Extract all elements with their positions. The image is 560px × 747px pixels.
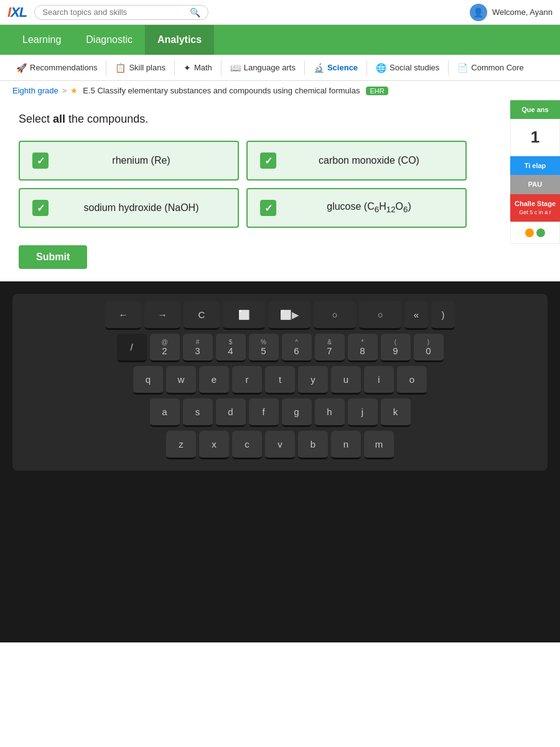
key-f[interactable]: f (249, 398, 279, 427)
subnav-skillplans[interactable]: 📋 Skill plans (106, 60, 175, 75)
key-g[interactable]: g (282, 398, 312, 427)
key-w[interactable]: w (166, 366, 196, 395)
key-e[interactable]: e (199, 366, 229, 395)
recommendations-icon: 🚀 (16, 63, 27, 73)
score-panel: 1 (510, 119, 560, 156)
user-icon[interactable]: 👤 (470, 4, 487, 21)
search-bar[interactable]: 🔍 (34, 5, 208, 20)
key-row-qwerty: q w e r t y u i o (20, 366, 540, 395)
breadcrumb-grade[interactable]: Eighth grade (12, 86, 58, 95)
main-content: Select all the compounds. ✓ rhenium (Re)… (0, 100, 560, 281)
key-row-zxcv: z x c v b n m (20, 431, 540, 459)
subnav-commoncore-label: Common Core (471, 63, 524, 72)
search-icon: 🔍 (190, 7, 200, 17)
time-panel[interactable]: Ti elap (510, 156, 560, 175)
logo[interactable]: IXL (7, 4, 27, 21)
languagearts-icon: 📖 (230, 63, 241, 73)
key-v[interactable]: v (265, 431, 295, 459)
subnav-science-label: Science (327, 63, 358, 72)
subnav-commoncore[interactable]: 📄 Common Core (449, 60, 533, 75)
question-panel[interactable]: Que ans (510, 100, 560, 119)
dot-orange (525, 228, 534, 237)
key-f2[interactable]: C (184, 301, 220, 330)
breadcrumb-chevron: > (62, 86, 67, 95)
key-f3[interactable]: ⬜ (223, 301, 265, 330)
key-0[interactable]: )0 (414, 334, 444, 362)
key-f7[interactable]: « (404, 301, 428, 330)
key-s[interactable]: s (183, 398, 213, 427)
key-slash[interactable]: / (117, 334, 147, 362)
key-y[interactable]: y (298, 366, 328, 395)
key-t[interactable]: t (265, 366, 295, 395)
subnav-languagearts-label: Language arts (244, 63, 296, 72)
key-a[interactable]: a (150, 398, 180, 427)
breadcrumb-star: ★ (70, 86, 78, 95)
key-f5[interactable]: ○ (314, 301, 356, 330)
breadcrumb-skill: E.5 Classify elementary substances and c… (83, 86, 360, 95)
sub-nav: 🚀 Recommendations 📋 Skill plans ✦ Math 📖… (0, 55, 560, 81)
key-u[interactable]: u (331, 366, 361, 395)
search-input[interactable] (42, 7, 190, 17)
right-panel: Que ans 1 Ti elap PAU Challe Stage Get 5… (510, 100, 560, 244)
key-8[interactable]: *8 (348, 334, 378, 362)
subnav-recommendations-label: Recommendations (30, 63, 97, 72)
key-f1[interactable]: → (144, 301, 180, 330)
nav-analytics[interactable]: Analytics (145, 25, 214, 55)
key-m[interactable]: m (364, 431, 394, 459)
checkbox-4[interactable]: ✓ (260, 200, 276, 216)
key-b[interactable]: b (298, 431, 328, 459)
key-2[interactable]: @2 (150, 334, 180, 362)
key-row-numbers: / @2 #3 $4 %5 ^6 &7 *8 (9 )0 (20, 334, 540, 362)
key-r[interactable]: r (232, 366, 262, 395)
key-z[interactable]: z (166, 431, 196, 459)
subnav-socialstudies[interactable]: 🌐 Social studies (367, 60, 449, 75)
key-k[interactable]: k (381, 398, 411, 427)
key-c[interactable]: c (232, 431, 262, 459)
skill-badge: EHR (366, 87, 388, 95)
checkbox-2[interactable]: ✓ (260, 153, 276, 169)
answer-text-1: rhenium (Re) (57, 155, 225, 166)
top-bar: IXL 🔍 👤 Welcome, Ayann (0, 0, 560, 25)
answer-option-2[interactable]: ✓ carbon monoxide (CO) (246, 141, 467, 181)
answer-option-4[interactable]: ✓ glucose (C6H12O6) (246, 188, 467, 228)
key-4[interactable]: $4 (216, 334, 246, 362)
circle-panel[interactable] (510, 222, 560, 244)
key-o[interactable]: o (397, 366, 427, 395)
subnav-math[interactable]: ✦ Math (175, 60, 222, 75)
key-i[interactable]: i (364, 366, 394, 395)
answer-option-1[interactable]: ✓ rhenium (Re) (19, 141, 239, 181)
key-f4[interactable]: ⬜▶ (268, 301, 310, 330)
submit-button[interactable]: Submit (19, 245, 87, 269)
subnav-languagearts[interactable]: 📖 Language arts (222, 60, 305, 75)
key-j[interactable]: j (348, 398, 378, 427)
key-q[interactable]: q (133, 366, 163, 395)
subnav-recommendations[interactable]: 🚀 Recommendations (7, 60, 106, 75)
key-f8[interactable]: ) (431, 301, 455, 330)
dot-green (536, 228, 545, 237)
answer-option-3[interactable]: ✓ sodium hydroxide (NaOH) (19, 188, 239, 228)
commoncore-icon: 📄 (457, 63, 468, 73)
key-n[interactable]: n (331, 431, 361, 459)
key-x[interactable]: x (199, 431, 229, 459)
key-d[interactable]: d (216, 398, 246, 427)
nav-diagnostic[interactable]: Diagnostic (73, 25, 145, 55)
answer-text-4: glucose (C6H12O6) (285, 201, 453, 214)
skillplans-icon: 📋 (115, 63, 126, 73)
checkbox-1[interactable]: ✓ (32, 153, 49, 169)
pause-panel[interactable]: PAU (510, 175, 560, 194)
subnav-science[interactable]: 🔬 Science (305, 60, 367, 75)
keyboard: ← → C ⬜ ⬜▶ ○ ○ « ) / @2 #3 $4 %5 ^6 &7 *… (12, 294, 548, 471)
key-7[interactable]: &7 (315, 334, 345, 362)
checkbox-3[interactable]: ✓ (32, 200, 49, 216)
key-h[interactable]: h (315, 398, 345, 427)
key-3[interactable]: #3 (183, 334, 213, 362)
key-9[interactable]: (9 (381, 334, 411, 362)
nav-learning[interactable]: Learning (10, 25, 73, 55)
math-icon: ✦ (184, 63, 191, 73)
key-6[interactable]: ^6 (282, 334, 312, 362)
key-f6[interactable]: ○ (359, 301, 401, 330)
challenge-panel[interactable]: Challe Stage Get 5 c in a r (510, 194, 560, 222)
nav-bar: Learning Diagnostic Analytics (0, 25, 560, 55)
key-5[interactable]: %5 (249, 334, 279, 362)
key-esc[interactable]: ← (105, 301, 141, 330)
